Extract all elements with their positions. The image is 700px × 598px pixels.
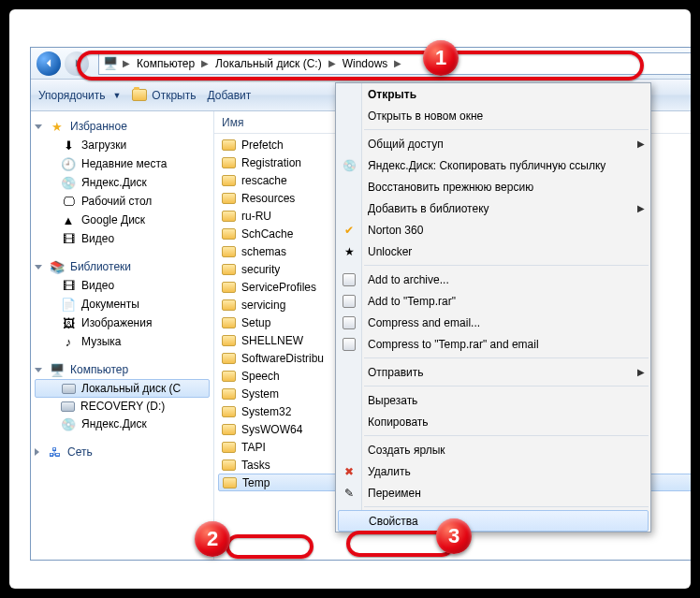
context-menu-item[interactable]: ✔Norton 360 <box>336 219 650 241</box>
folder-name: SoftwareDistribu <box>241 352 324 365</box>
chevron-right-icon[interactable]: ▶ <box>120 58 133 68</box>
folder-name: SysWOW64 <box>241 423 302 436</box>
unlocker-icon: ★ <box>342 244 357 259</box>
context-menu-label: Compress to "Temp.rar" and email <box>368 338 539 351</box>
context-menu-item[interactable]: Общий доступ▶ <box>336 133 650 154</box>
sidebar-item[interactable]: 🖼Изображения <box>31 314 213 332</box>
breadcrumb-item[interactable]: Windows <box>341 57 390 70</box>
context-menu-label: Копировать <box>368 416 429 429</box>
sidebar-group-favorites[interactable]: ★ Избранное <box>31 117 213 136</box>
context-menu-item[interactable]: Восстановить прежнюю версию <box>336 176 650 197</box>
context-menu-label: Compress and email... <box>368 316 480 329</box>
sidebar-item-label: Музыка <box>81 335 121 348</box>
context-menu-separator <box>364 129 649 130</box>
winrar-icon <box>342 337 357 352</box>
collapse-icon <box>35 265 42 270</box>
sidebar-item[interactable]: Локальный диск (C <box>35 379 210 398</box>
context-menu-item[interactable]: ✖Удалить <box>336 460 650 482</box>
breadcrumb-item[interactable]: Компьютер <box>135 57 197 70</box>
back-button[interactable] <box>36 51 61 76</box>
chevron-right-icon[interactable]: ▶ <box>198 58 211 68</box>
sidebar-group-libraries[interactable]: 📚 Библиотеки <box>31 257 213 276</box>
sidebar-header-label: Избранное <box>70 120 127 133</box>
toolbar-label: Упорядочить <box>38 89 105 102</box>
folder-icon <box>222 193 236 204</box>
context-menu-item[interactable]: Вырезать <box>336 389 650 411</box>
sidebar-item[interactable]: 💿Яндекс.Диск <box>31 415 213 433</box>
chevron-right-icon[interactable]: ▶ <box>391 58 404 68</box>
context-menu-label: Add to archive... <box>368 273 449 286</box>
folder-open-icon <box>132 89 147 101</box>
folder-name: schemas <box>241 245 286 258</box>
network-icon: 🖧 <box>47 445 62 459</box>
navigation-bar: 🖥️ ▶ Компьютер ▶ Локальный диск (C:) ▶ W… <box>31 48 691 80</box>
context-menu-label: Удалить <box>368 465 411 478</box>
recent-icon: 🕘 <box>61 156 76 171</box>
sidebar-group-network[interactable]: 🖧 Сеть <box>31 443 213 461</box>
folder-icon <box>222 424 236 435</box>
forward-button[interactable] <box>65 51 89 76</box>
folder-icon <box>222 139 236 151</box>
context-menu-item[interactable]: Add to "Temp.rar" <box>336 290 650 312</box>
open-button[interactable]: Открыть <box>132 89 196 102</box>
context-menu-item[interactable]: Открыть <box>336 83 650 105</box>
submenu-arrow-icon: ▶ <box>637 367 645 377</box>
folder-name: System <box>241 387 279 401</box>
context-menu-item[interactable]: Add to archive... <box>336 269 650 290</box>
context-menu-label: Создать ярлык <box>368 444 445 457</box>
collapse-icon <box>35 124 42 129</box>
documents-icon: 📄 <box>61 297 76 312</box>
folder-name: ServiceProfiles <box>241 281 316 294</box>
organize-button[interactable]: Упорядочить ▼ <box>38 89 121 102</box>
address-bar[interactable]: 🖥️ ▶ Компьютер ▶ Локальный диск (C:) ▶ W… <box>98 52 691 75</box>
folder-icon <box>222 282 236 293</box>
folder-icon <box>222 335 236 346</box>
sidebar-group-computer[interactable]: 🖥️ Компьютер <box>31 360 213 379</box>
context-menu-item[interactable]: Compress and email... <box>336 312 650 333</box>
context-menu-label: Переимен <box>368 487 421 500</box>
context-menu-item[interactable]: 💿Яндекс.Диск: Скопировать публичную ссыл… <box>336 154 650 176</box>
yadisk-icon: 💿 <box>61 175 76 190</box>
context-menu-separator <box>364 265 649 266</box>
folder-name: SchCache <box>241 227 293 241</box>
context-menu-separator <box>364 506 649 507</box>
folder-icon <box>222 175 236 186</box>
sidebar-header-label: Компьютер <box>70 363 128 376</box>
folder-name: Setup <box>241 316 270 329</box>
sidebar-item[interactable]: ▲Google Диск <box>31 211 213 229</box>
drive-icon <box>62 384 76 394</box>
context-menu-item[interactable]: Копировать <box>336 411 650 432</box>
context-menu-item[interactable]: Открыть в новом окне <box>336 105 650 126</box>
folder-name: security <box>241 263 280 276</box>
folder-icon <box>222 353 236 364</box>
folder-name: servicing <box>241 299 285 312</box>
folder-icon <box>222 317 236 328</box>
sidebar-item[interactable]: 🕘Недавние места <box>31 154 213 173</box>
context-menu-item[interactable]: Compress to "Temp.rar" and email <box>336 333 650 355</box>
context-menu-label: Открыть в новом окне <box>368 109 483 123</box>
collapse-icon <box>35 368 42 372</box>
sidebar-item[interactable]: RECOVERY (D:) <box>31 398 213 415</box>
context-menu-item[interactable]: Отправить▶ <box>336 361 650 383</box>
folder-icon <box>222 157 236 168</box>
context-menu-item[interactable]: Свойства <box>338 510 649 532</box>
norton-icon: ✔ <box>342 223 357 238</box>
download-icon: ⬇ <box>61 138 76 153</box>
sidebar-item[interactable]: ⬇Загрузки <box>31 136 213 154</box>
folder-icon <box>222 406 236 417</box>
folder-icon <box>223 477 237 489</box>
sidebar-item[interactable]: ♪Музыка <box>31 332 213 351</box>
sidebar-item[interactable]: 🖵Рабочий стол <box>31 192 213 211</box>
context-menu-item[interactable]: ✎Переимен <box>336 482 650 503</box>
context-menu-item[interactable]: ★Unlocker <box>336 241 650 262</box>
breadcrumb-item[interactable]: Локальный диск (C:) <box>213 57 324 70</box>
chevron-right-icon[interactable]: ▶ <box>326 58 339 68</box>
folder-name: Resources <box>241 192 295 205</box>
sidebar-item[interactable]: 💿Яндекс.Диск <box>31 173 213 192</box>
sidebar-item[interactable]: 📄Документы <box>31 295 213 314</box>
context-menu-item[interactable]: Создать ярлык <box>336 439 650 460</box>
add-to-library-button[interactable]: Добавит <box>207 89 251 102</box>
sidebar-item[interactable]: 🎞Видео <box>31 276 213 295</box>
sidebar-item[interactable]: 🎞Видео <box>31 229 213 248</box>
context-menu-item[interactable]: Добавить в библиотеку▶ <box>336 197 650 219</box>
